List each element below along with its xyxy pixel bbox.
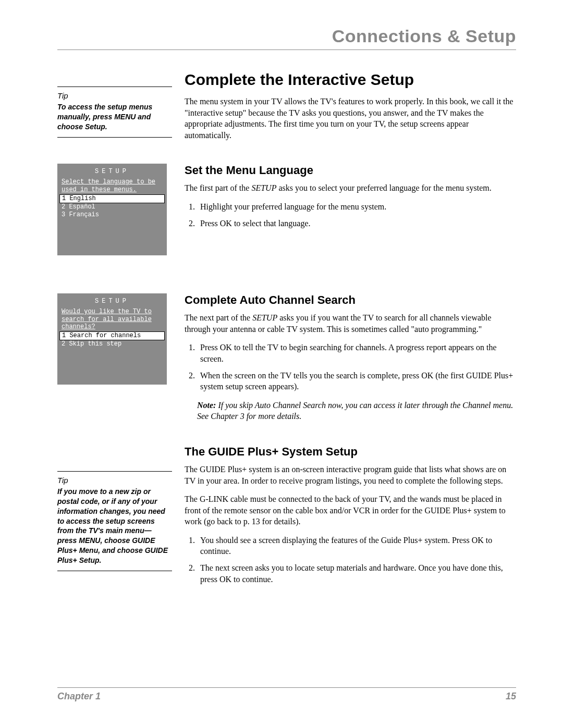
content-grid: Tip To access the setup menus manually, … [57, 71, 516, 592]
step-item: The next screen asks you to locate setup… [197, 562, 516, 585]
section-paragraph: The first part of the SETUP asks you to … [185, 182, 516, 194]
section-heading: Set the Menu Language [185, 164, 516, 177]
section-guide-plus: The GUIDE Plus+ System Setup The GUIDE P… [185, 445, 516, 592]
tip-body: If you move to a new zip or postal code,… [57, 487, 172, 565]
setup-option-skip: 2 Skip this step [57, 340, 167, 348]
tip-title: Tip [57, 476, 172, 485]
steps-list: You should see a screen displaying the f… [185, 535, 516, 585]
setup-box-prompt: Select the language to be used in these … [57, 178, 167, 194]
steps-list: Highlight your preferred language for th… [185, 201, 516, 229]
section-menu-language: Set the Menu Language The first part of … [185, 148, 516, 293]
step-item: Press OK to select that language. [197, 218, 516, 229]
setup-option-english: 1 English [59, 194, 165, 203]
step-item: When the screen on the TV tells you the … [197, 370, 516, 392]
step-item: Highlight your preferred language for th… [197, 201, 516, 213]
setup-box-title: SETUP [57, 295, 167, 308]
step-item: Press OK to tell the TV to begin searchi… [197, 342, 516, 364]
setup-screenshot-language: SETUP Select the language to be used in … [57, 164, 167, 255]
setup-option-francais: 3 Français [57, 211, 167, 219]
tip-body: To access the setup menus manually, pres… [57, 102, 172, 132]
sidebar-block-1: Tip To access the setup menus manually, … [57, 71, 172, 148]
page-header: Connections & Setup [57, 26, 516, 50]
intro-paragraph: The menu system in your TV allows the TV… [185, 96, 516, 141]
step-item: You should see a screen displaying the f… [197, 535, 516, 557]
section-paragraph: The GUIDE Plus+ system is an on-screen i… [185, 464, 516, 486]
sidebar-block-4: Tip If you move to a new zip or postal c… [57, 445, 172, 592]
section-heading: The GUIDE Plus+ System Setup [185, 445, 516, 459]
setup-box-title: SETUP [57, 166, 167, 178]
steps-list: Press OK to tell the TV to begin searchi… [185, 342, 516, 392]
section-auto-channel: Complete Auto Channel Search The next pa… [185, 293, 516, 445]
setup-screenshot-channel: SETUP Would you like the TV to search fo… [57, 293, 167, 385]
tip-box-1: Tip To access the setup menus manually, … [57, 87, 172, 138]
footer-page-number: 15 [506, 691, 516, 702]
setup-option-espanol: 2 Español [57, 203, 167, 211]
sidebar-block-2: SETUP Select the language to be used in … [57, 148, 172, 293]
section-paragraph: The next part of the SETUP asks you if y… [185, 312, 516, 335]
setup-box-prompt: Would you like the TV to search for all … [57, 308, 167, 331]
intro-block: Complete the Interactive Setup The menu … [185, 71, 516, 148]
footer-chapter: Chapter 1 [57, 691, 101, 702]
section-heading: Complete Auto Channel Search [185, 293, 516, 307]
tip-box-2: Tip If you move to a new zip or postal c… [57, 471, 172, 571]
note-paragraph: Note: If you skip Auto Channel Search no… [197, 400, 516, 422]
tip-title: Tip [57, 91, 172, 100]
section-paragraph: The G-LINK cable must be connected to th… [185, 493, 516, 527]
page-title: Complete the Interactive Setup [185, 71, 516, 89]
page-footer: Chapter 1 15 [57, 687, 516, 702]
sidebar-block-3: SETUP Would you like the TV to search fo… [57, 293, 172, 445]
setup-option-search: 1 Search for channels [59, 331, 165, 340]
